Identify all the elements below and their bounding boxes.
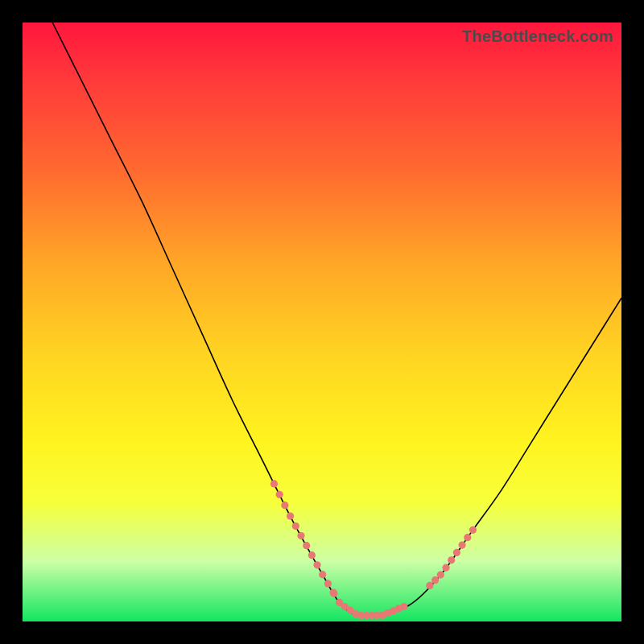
highlight-dot bbox=[324, 580, 332, 587]
highlight-dot bbox=[313, 561, 320, 568]
chart-plot-area: TheBottleneck.com bbox=[23, 23, 621, 621]
highlight-dot bbox=[442, 564, 449, 572]
highlight-dot bbox=[287, 513, 294, 520]
highlight-dot bbox=[292, 522, 299, 530]
highlight-dot bbox=[459, 542, 466, 549]
highlight-dot bbox=[469, 526, 477, 534]
highlight-dot bbox=[330, 590, 337, 597]
highlight-dot bbox=[276, 491, 283, 498]
bottleneck-curve-svg bbox=[23, 23, 621, 621]
bottleneck-curve-line bbox=[52, 23, 621, 617]
highlight-dot bbox=[400, 603, 407, 610]
highlight-dot bbox=[319, 571, 326, 578]
highlight-dot bbox=[270, 480, 278, 487]
highlight-dot bbox=[308, 551, 316, 559]
highlight-dot bbox=[448, 556, 455, 564]
highlight-dots-group bbox=[270, 480, 477, 619]
highlight-dot bbox=[297, 532, 304, 539]
highlight-dot bbox=[426, 582, 433, 589]
highlight-dot bbox=[281, 502, 288, 509]
highlight-dot bbox=[464, 534, 471, 541]
highlight-dot bbox=[453, 549, 460, 556]
highlight-dot bbox=[431, 576, 439, 584]
highlight-dot bbox=[437, 571, 444, 578]
highlight-dot bbox=[303, 542, 310, 549]
